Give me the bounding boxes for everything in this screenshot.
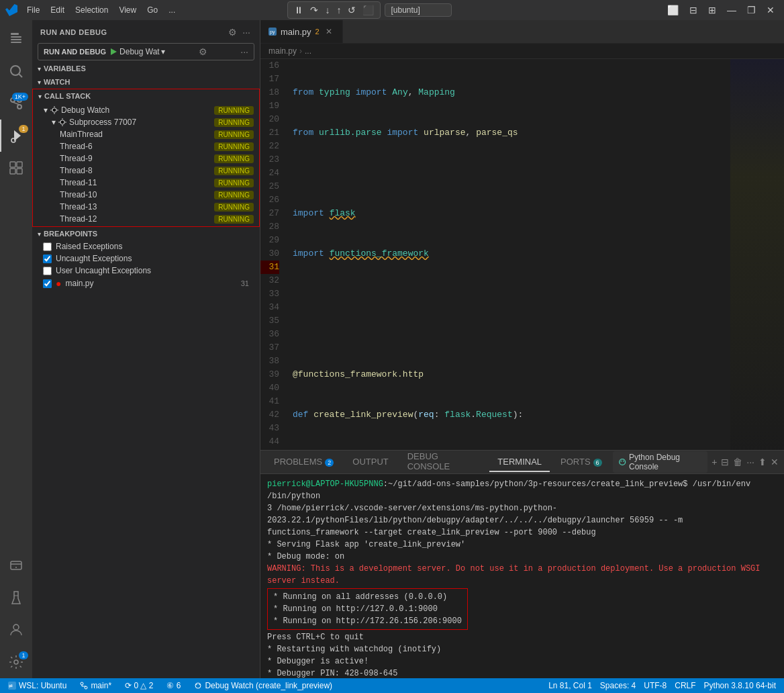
user-uncaught-exceptions-checkbox[interactable] <box>43 267 52 275</box>
raised-exceptions-checkbox[interactable] <box>43 242 52 251</box>
debug-config-gear[interactable]: ⚙ <box>199 46 207 57</box>
callstack-subprocess[interactable]: ▾ Subprocess 77007 RUNNING <box>33 116 259 128</box>
callstack-debug-watch[interactable]: ▾ Debug Watch RUNNING <box>33 104 259 116</box>
uncaught-exceptions-checkbox[interactable] <box>43 255 52 263</box>
activity-extensions[interactable] <box>0 152 32 184</box>
activity-run-debug[interactable]: 1 <box>0 120 32 152</box>
thread-13[interactable]: Thread-13 RUNNING <box>33 201 259 213</box>
status-cursor[interactable]: Ln 81, Col 1 <box>546 681 595 690</box>
sidebar-settings-button[interactable]: ⚙ <box>227 26 238 39</box>
panel-more-button[interactable]: ··· <box>746 457 754 467</box>
activity-source-control[interactable]: 1K+ <box>0 87 32 120</box>
debug-restart-button[interactable]: ↺ <box>346 5 358 15</box>
svg-point-31 <box>85 686 87 689</box>
status-ports[interactable]: ⑥ 6 <box>164 681 183 690</box>
debug-step-over-button[interactable]: ↷ <box>308 5 320 15</box>
thread-8[interactable]: Thread-8 RUNNING <box>33 165 259 177</box>
menu-view[interactable]: View <box>115 5 140 15</box>
panel-close-button[interactable]: ✕ <box>771 457 779 467</box>
panel-tab-output[interactable]: OUTPUT <box>344 453 396 472</box>
split-terminal-button[interactable]: ⊟ <box>721 457 729 467</box>
debug-step-into-button[interactable]: ↓ <box>323 5 332 15</box>
panel-tab-terminal[interactable]: TERMINAL <box>489 453 550 472</box>
debug-config-dropdown[interactable]: Debug Wat ▾ <box>109 47 165 56</box>
terminal-line-debug-mode: * Debug mode: on <box>267 551 777 563</box>
breadcrumb-more[interactable]: ... <box>305 46 311 56</box>
spaces-label: Spaces: 4 <box>600 681 636 690</box>
mainpy-breakpoint-checkbox[interactable] <box>43 279 52 288</box>
code-editor[interactable]: 16 17 18 19 20 21 22 23 24 25 26 27 28 2… <box>260 59 730 450</box>
panel-tab-ports[interactable]: PORTS6 <box>552 453 610 472</box>
debug-config-more[interactable]: ··· <box>240 46 248 57</box>
thread-6[interactable]: Thread-6 RUNNING <box>33 140 259 152</box>
thread-11[interactable]: Thread-11 RUNNING <box>33 177 259 189</box>
minimize-button[interactable]: — <box>723 5 740 15</box>
chevron-down-icon: ▾ <box>161 47 165 56</box>
menu-selection[interactable]: Selection <box>71 5 112 15</box>
sidebar-more-button[interactable]: ··· <box>241 26 252 39</box>
menu-more[interactable]: ... <box>164 5 179 15</box>
svg-point-22 <box>60 120 64 124</box>
maximize-button[interactable]: ❐ <box>743 5 760 15</box>
watch-section-header[interactable]: ▾ WATCH <box>32 75 260 89</box>
branch-icon <box>80 682 88 690</box>
encoding-label: UTF-8 <box>644 681 667 690</box>
breakpoint-user-uncaught[interactable]: User Uncaught Exceptions <box>32 265 260 277</box>
status-sync[interactable]: ⟳ 0 △ 2 <box>122 681 156 690</box>
status-branch[interactable]: main* <box>77 681 114 690</box>
code-content: from typing import Any, Mapping from url… <box>287 59 730 450</box>
breakpoints-header[interactable]: ▾ BREAKPOINTS <box>32 227 260 240</box>
thread-mainthread[interactable]: MainThread RUNNING <box>33 128 259 140</box>
new-terminal-button[interactable]: + <box>712 457 717 467</box>
callstack-label: CALL STACK <box>44 92 91 100</box>
callstack-header[interactable]: ▾ CALL STACK <box>33 89 259 103</box>
debug-pause-button[interactable]: ⏸ <box>292 5 305 15</box>
activity-search[interactable] <box>0 55 32 87</box>
breakpoint-raised[interactable]: Raised Exceptions <box>32 240 260 252</box>
svg-rect-12 <box>17 162 22 167</box>
python-file-icon: py <box>268 28 277 36</box>
panel-tab-problems[interactable]: PROBLEMS2 <box>266 453 342 472</box>
activity-settings[interactable]: 1 <box>0 646 32 678</box>
status-spaces[interactable]: Spaces: 4 <box>597 681 638 690</box>
close-button[interactable]: ✕ <box>763 5 779 15</box>
gear-small-icon2 <box>58 118 67 127</box>
menu-go[interactable]: Go <box>143 5 162 15</box>
svg-point-36 <box>199 684 201 686</box>
menu-edit[interactable]: Edit <box>46 5 68 15</box>
status-python[interactable]: Python 3.8.10 64-bit <box>701 681 779 690</box>
thread-10[interactable]: Thread-10 RUNNING <box>33 189 259 201</box>
svg-rect-11 <box>10 162 15 167</box>
breadcrumb-file[interactable]: main.py <box>268 46 297 56</box>
panel-maximize-button[interactable]: ⬆ <box>758 457 767 467</box>
svg-rect-2 <box>11 39 21 40</box>
status-encoding[interactable]: UTF-8 <box>641 681 669 690</box>
variables-section-header[interactable]: ▾ VARIABLES <box>32 62 260 75</box>
breakpoint-mainpy[interactable]: ● main.py 31 <box>32 277 260 290</box>
breakpoint-uncaught[interactable]: Uncaught Exceptions <box>32 252 260 265</box>
status-eol[interactable]: CRLF <box>672 681 698 690</box>
panel-tab-debug-console[interactable]: DEBUG CONSOLE <box>399 447 487 477</box>
minimap <box>730 59 784 450</box>
kill-terminal-button[interactable]: 🗑 <box>733 457 742 467</box>
debug-step-out-button[interactable]: ↑ <box>334 5 343 15</box>
thread-9[interactable]: Thread-9 RUNNING <box>33 152 259 165</box>
activity-explorer[interactable] <box>0 23 32 55</box>
debug-stop-button[interactable]: ⬛ <box>360 5 376 15</box>
status-debug-watch[interactable]: Debug Watch (create_link_preview) <box>191 681 335 690</box>
tab-mainpy[interactable]: py main.py 2 ✕ <box>260 20 343 43</box>
menu-file[interactable]: File <box>23 5 44 15</box>
terminal-content[interactable]: pierrick@LAPTOP-HKU5PNNG:~/git/add-ons-s… <box>260 474 784 678</box>
activity-account[interactable] <box>0 614 32 646</box>
python-debug-console[interactable]: Python Debug Console <box>613 451 708 473</box>
customize-button[interactable]: ⊞ <box>704 5 720 15</box>
eol-label: CRLF <box>675 681 695 690</box>
tab-close-button[interactable]: ✕ <box>324 26 334 37</box>
split-button[interactable]: ⊟ <box>685 5 701 15</box>
activity-remote[interactable] <box>0 549 32 582</box>
layout-button[interactable]: ⬜ <box>663 5 683 15</box>
thread-12[interactable]: Thread-12 RUNNING <box>33 213 259 225</box>
debug-config[interactable]: RUN AND DEBUG Debug Wat ▾ ⚙ ··· <box>38 43 254 60</box>
status-wsl[interactable]: ⇌ WSL: Ubuntu <box>5 681 69 690</box>
activity-testing[interactable] <box>0 582 32 614</box>
